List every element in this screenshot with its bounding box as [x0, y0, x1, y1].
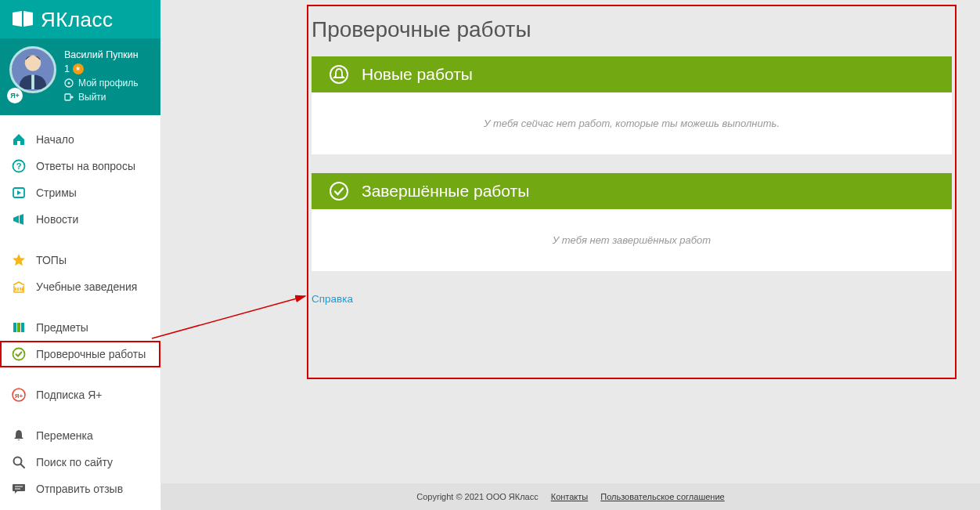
yaplus-badge-icon: Я+ [7, 88, 23, 103]
profile-score-value: 1 [64, 63, 70, 74]
nav-label: Подписка Я+ [36, 389, 103, 401]
yaplus-icon: Я+ [11, 387, 27, 403]
nav-label: Поиск по сайту [36, 456, 113, 468]
svg-point-19 [330, 183, 348, 200]
avatar [9, 46, 56, 93]
panel-new-header[interactable]: Новые работы [312, 56, 952, 92]
nav-label: ТОПы [36, 254, 67, 266]
nav-label: Стримы [36, 186, 77, 199]
svg-rect-1 [31, 74, 34, 89]
play-icon [11, 185, 27, 201]
panel-done-empty: У тебя нет завершённых работ [312, 209, 952, 271]
chat-icon [11, 481, 27, 497]
logout-link[interactable]: Выйти [64, 92, 139, 103]
panel-new-empty: У тебя сейчас нет работ, которые ты може… [312, 92, 952, 154]
question-icon: ? [11, 158, 27, 174]
nav-label: Новости [36, 213, 78, 226]
logout-label: Выйти [78, 92, 106, 103]
panel-new-works: Новые работы У тебя сейчас нет работ, ко… [312, 56, 952, 154]
profile-block: Я+ Василий Пупкин 1 Мой профиль [0, 38, 160, 115]
nav-item-search[interactable]: Поиск по сайту [0, 449, 160, 476]
nav: Начало ? Ответы на вопросы Стримы Новост… [0, 115, 160, 510]
panel-done-works: Завершённые работы У тебя нет завершённы… [312, 173, 952, 271]
svg-text:?: ? [16, 161, 22, 171]
sidebar: ЯКласс Я+ Василий Пупкин 1 [0, 0, 160, 510]
footer: Copyright © 2021 ООО ЯКласс Контакты Пол… [161, 483, 980, 510]
svg-rect-9 [17, 323, 20, 332]
panel-new-title: Новые работы [362, 65, 473, 84]
svg-rect-8 [13, 323, 16, 332]
star-icon [73, 63, 84, 74]
sidebar-header: ЯКласс Я+ Василий Пупкин 1 [0, 0, 160, 115]
nav-item-subjects[interactable]: Предметы [0, 314, 160, 341]
nav-item-break[interactable]: Переменка [0, 422, 160, 449]
help-link[interactable]: Справка [312, 293, 353, 305]
nav-label: Переменка [36, 429, 93, 442]
footer-copyright: Copyright © 2021 ООО ЯКласс [416, 492, 538, 501]
logout-icon [64, 92, 74, 102]
bell-icon [11, 428, 27, 443]
nav-label: Отправить отзыв [36, 483, 123, 495]
svg-rect-4 [65, 94, 70, 100]
nav-label: Учебные заведения [36, 280, 137, 293]
panel-done-header[interactable]: Завершённые работы [312, 173, 952, 209]
search-icon [11, 454, 27, 470]
footer-contacts-link[interactable]: Контакты [551, 492, 589, 501]
nav-item-answers[interactable]: ? Ответы на вопросы [0, 153, 160, 179]
nav-item-tests[interactable]: Проверочные работы [0, 341, 160, 367]
svg-rect-10 [21, 323, 24, 332]
home-icon [11, 132, 27, 147]
nav-item-streams[interactable]: Стримы [0, 179, 160, 206]
nav-item-schools[interactable]: Учебные заведения [0, 273, 160, 300]
profile-info: Василий Пупкин 1 Мой профиль Выйти [64, 46, 139, 103]
nav-item-yaplus[interactable]: Я+ Подписка Я+ [0, 382, 160, 408]
target-icon [64, 78, 74, 88]
profile-name[interactable]: Василий Пупкин [64, 46, 139, 60]
nav-item-news[interactable]: Новости [0, 206, 160, 233]
panel-done-title: Завершённые работы [362, 182, 529, 201]
check-circle-icon [11, 346, 27, 362]
nav-item-home[interactable]: Начало [0, 126, 160, 153]
nav-label: Начало [36, 133, 74, 146]
nav-item-tops[interactable]: ТОПы [0, 247, 160, 273]
megaphone-icon [11, 212, 27, 227]
alarm-icon [329, 64, 349, 85]
building-icon [11, 279, 27, 295]
footer-terms-link[interactable]: Пользовательское соглашение [600, 492, 724, 501]
nav-label: Проверочные работы [36, 348, 146, 360]
nav-label: Ответы на вопросы [36, 160, 135, 172]
avatar-wrap[interactable]: Я+ [9, 46, 56, 103]
svg-line-15 [21, 465, 25, 468]
star-solid-icon [11, 252, 27, 268]
nav-item-feedback[interactable]: Отправить отзыв [0, 476, 160, 502]
page-title: Проверочные работы [312, 17, 952, 42]
logo-text: ЯКласс [41, 8, 113, 32]
logo-icon [11, 9, 34, 28]
books-icon [11, 320, 27, 335]
content: Проверочные работы Новые работы У тебя с… [312, 8, 952, 305]
my-profile-link[interactable]: Мой профиль [64, 78, 139, 89]
logo[interactable]: ЯКласс [0, 0, 160, 38]
svg-text:Я+: Я+ [15, 392, 23, 400]
profile-score: 1 [64, 63, 139, 74]
my-profile-label: Мой профиль [78, 78, 139, 89]
nav-label: Предметы [36, 321, 88, 334]
main: Проверочные работы Новые работы У тебя с… [161, 0, 980, 510]
check-circle-large-icon [329, 181, 349, 201]
svg-point-3 [68, 82, 70, 85]
